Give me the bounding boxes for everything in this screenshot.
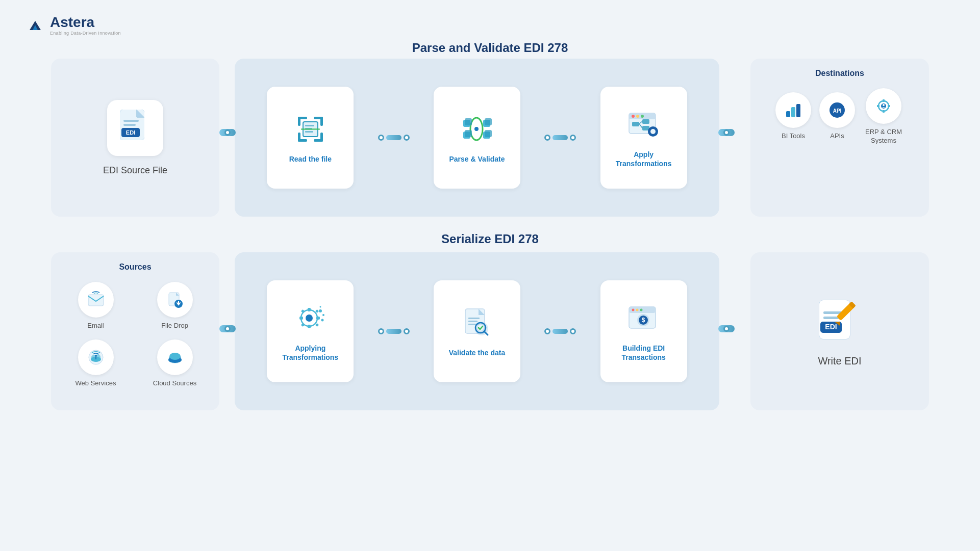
logo-text: Astera [50,15,121,30]
svg-point-104 [632,309,635,311]
svg-point-61 [883,104,885,106]
step-read-file: Read the file [267,87,354,189]
svg-rect-50 [786,111,790,117]
source-file-drop: File Drop [157,282,193,329]
svg-rect-62 [88,295,104,306]
applying-transformations-icon [292,301,328,336]
svg-rect-45 [656,130,658,133]
svg-rect-84 [299,317,303,320]
bottom-title-text: Serialize EDI 278 [441,232,539,246]
logo-icon [26,16,45,35]
svg-rect-42 [652,127,654,129]
step-parse-validate: Parse & Validate [434,87,520,189]
dest-erp-crm: ERP & CRM Systems [863,88,904,145]
erp-crm-label: ERP & CRM Systems [863,128,904,145]
svg-rect-96 [468,321,478,322]
svg-point-91 [322,314,324,316]
erp-crm-icon [866,88,901,124]
bottom-pipeline-panel: Applying Transformations [235,252,719,410]
apis-label: APIs [830,132,844,141]
pipeline-connector-2 [542,135,578,141]
svg-rect-16 [305,125,314,126]
top-pipeline-panel: Read the file [235,59,719,217]
file-drop-icon [157,282,193,318]
destinations-title: Destinations [761,69,919,78]
cloud-sources-icon [157,339,193,375]
svg-rect-19 [301,128,320,130]
building-edi-icon: $ [626,301,662,336]
step-building-edi-label: Building EDI Transactions [606,344,682,362]
write-edi-icon: EDI [814,296,865,347]
svg-point-41 [650,129,656,134]
svg-point-93 [319,306,321,308]
top-right-connector [718,129,735,136]
email-icon [78,282,114,318]
svg-text:EDI: EDI [126,129,135,136]
svg-point-79 [169,353,181,360]
svg-rect-28 [485,130,492,137]
svg-rect-113 [823,317,839,319]
step-applying-transformations: Applying Transformations [267,280,354,382]
svg-rect-26 [465,130,472,137]
svg-point-106 [640,309,643,311]
step-validate-data-label: Validate the data [449,348,505,357]
web-services-label: Web Services [76,379,116,387]
svg-point-81 [306,314,313,322]
svg-rect-43 [652,134,654,136]
parse-validate-icon [459,112,495,147]
bi-tools-icon [775,92,811,128]
top-section-title: Parse and Validate EDI 278 [0,41,980,55]
web-services-icon [78,339,114,375]
bottom-left-connector [219,325,236,332]
svg-rect-95 [468,318,480,319]
logo-tagline: Enabling Data-Driven Innovation [50,31,121,36]
svg-rect-82 [308,308,311,311]
svg-rect-83 [308,325,311,328]
edi-source-label: EDI Source File [103,165,167,176]
source-cloud-sources: Cloud Sources [153,339,196,387]
apply-transformations-icon [626,107,662,143]
top-left-connector [219,129,236,136]
dest-bi-tools: BI Tools [775,92,811,141]
svg-point-90 [319,309,322,312]
sources-panel: Sources Email [51,252,219,410]
step-read-file-label: Read the file [289,154,332,164]
bottom-pipeline-connector-1 [376,328,412,334]
svg-rect-35 [632,122,639,126]
bottom-right-connector [718,325,735,332]
step-apply-transformations-label: Apply Transformations [606,150,682,168]
svg-rect-111 [819,300,850,339]
source-web-services: Web Services [76,339,116,387]
svg-rect-22 [465,118,472,125]
svg-rect-44 [648,130,650,133]
logo-brand-text: Astera [50,14,94,30]
cloud-sources-label: Cloud Sources [153,379,196,387]
svg-rect-52 [796,104,800,117]
read-file-icon [292,112,328,147]
top-title-text: Parse and Validate EDI 278 [412,41,568,55]
svg-rect-51 [791,107,795,117]
write-edi-label: Write EDI [818,355,861,367]
svg-text:API: API [833,108,842,114]
svg-point-105 [636,309,639,311]
svg-point-34 [641,115,644,118]
write-edi-panel: EDI Write EDI [750,252,929,410]
step-applying-transformations-label: Applying Transformations [272,344,348,362]
svg-rect-59 [877,105,880,107]
step-validate-data: Validate the data [434,280,520,382]
edi-source-panel: EDI EDI Source File [51,59,219,217]
svg-point-33 [636,115,639,118]
svg-text:EDI: EDI [825,323,837,331]
step-apply-transformations: Apply Transformations [600,87,687,189]
svg-rect-36 [642,119,649,124]
bi-tools-label: BI Tools [782,132,805,141]
svg-point-92 [321,319,323,322]
apis-icon: API [819,92,855,128]
source-email: Email [78,282,114,329]
validate-data-icon [459,305,495,341]
email-label: Email [87,322,104,329]
edi-source-icon: EDI [107,100,163,156]
step-parse-validate-label: Parse & Validate [449,154,505,164]
svg-rect-18 [305,131,313,133]
pipeline-connector-1 [376,135,412,141]
